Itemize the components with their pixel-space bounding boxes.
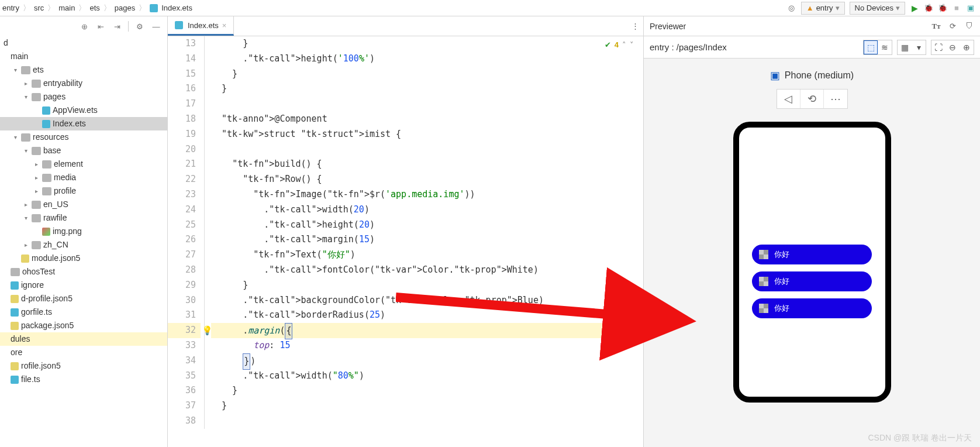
settings-icon[interactable]: ⛉ <box>964 22 974 31</box>
more-icon[interactable]: ⋯ <box>824 90 847 108</box>
device-label: ▣ Phone (medium) <box>770 69 854 82</box>
folder-icon <box>21 133 30 142</box>
tree-row[interactable]: module.json5 <box>0 252 167 265</box>
tree-row[interactable]: ▾resources <box>0 130 167 144</box>
close-icon[interactable]: × <box>222 21 227 30</box>
tree-row[interactable]: Index.ets <box>0 117 167 130</box>
previewer-title: Previewer <box>650 22 686 31</box>
file-icon <box>150 4 158 12</box>
device-frame: 你好 你好 你好 <box>733 122 891 403</box>
device-manager-icon[interactable]: ▣ <box>966 4 975 13</box>
editor-tab[interactable]: Index.ets × <box>168 16 234 36</box>
breadcrumb-item[interactable]: src <box>34 4 44 12</box>
device-selector[interactable]: No Devices▾ <box>850 2 905 15</box>
folder-icon <box>21 66 30 74</box>
json-icon <box>21 255 29 263</box>
json-icon <box>11 295 19 303</box>
json-icon <box>11 322 19 330</box>
expand-icon[interactable]: ⇥ <box>112 21 122 32</box>
tree-row[interactable]: gorfile.ts <box>0 305 167 319</box>
folder-icon <box>32 214 41 222</box>
tree-row[interactable]: ore <box>0 346 167 359</box>
collapse-icon[interactable]: ⇤ <box>95 21 106 32</box>
code-editor[interactable]: } ."tk-call">height('100%') } } "tk-anno… <box>211 36 643 447</box>
folder-icon <box>42 187 51 195</box>
coverage-icon[interactable]: 🐞 <box>938 4 947 13</box>
run-icon[interactable]: ▶ <box>910 4 919 13</box>
minimize-icon[interactable]: — <box>151 21 161 32</box>
tree-row[interactable]: file.ts <box>0 373 167 386</box>
tree-row[interactable]: ignore <box>0 278 167 292</box>
project-toolbar: ⊕ ⇤ ⇥ ⚙ — <box>0 16 167 36</box>
watermark: CSDN @跟 耿瑞 卷出一片天 <box>868 433 972 443</box>
file-icon <box>42 120 50 128</box>
tree-row[interactable]: ▾ets <box>0 63 167 77</box>
image-icon <box>42 228 50 236</box>
target-icon[interactable]: ⊕ <box>79 21 89 32</box>
breadcrumb: entry〉 src〉 main〉 ets〉 pages〉 Index.ets <box>0 3 192 13</box>
file-icon <box>11 281 19 290</box>
tree-row[interactable]: ▸zh_CN <box>0 238 167 252</box>
folder-icon <box>32 201 41 209</box>
file-icon <box>42 106 50 115</box>
zoom-controls[interactable]: ⛶⊖⊕ <box>931 40 974 55</box>
tree-row[interactable]: img.png <box>0 225 167 238</box>
editor-tab-label: Index.ets <box>188 21 219 30</box>
folder-icon <box>42 160 51 169</box>
tree-row[interactable]: ▾base <box>0 144 167 157</box>
preview-pill: 你好 <box>752 245 872 264</box>
locate-icon[interactable]: ◎ <box>787 4 796 13</box>
tree-row[interactable]: ▾rawfile <box>0 211 167 225</box>
folder-icon <box>32 93 41 101</box>
file-icon <box>11 308 19 317</box>
device-icon: ▣ <box>770 69 780 82</box>
refresh-icon[interactable]: ⟳ <box>947 22 958 31</box>
folder-icon <box>32 147 41 155</box>
tree-row[interactable]: rofile.json5 <box>0 359 167 373</box>
tree-row[interactable]: ▸element <box>0 157 167 171</box>
view-mode[interactable]: ▦▾ <box>897 40 926 55</box>
preview-pill: 你好 <box>752 298 872 318</box>
debug-icon[interactable]: 🐞 <box>924 4 933 13</box>
folder-icon <box>11 268 20 276</box>
tree-row[interactable]: ▾pages <box>0 90 167 104</box>
breadcrumb-item[interactable]: entry <box>2 4 19 12</box>
rotate-icon[interactable]: ⟲ <box>800 90 824 108</box>
preview-path: entry : /pages/Index <box>650 42 727 52</box>
tree-row[interactable]: ▸entryability <box>0 77 167 90</box>
tree-row[interactable]: main <box>0 50 167 63</box>
intention-bulb-icon[interactable]: 💡 <box>202 325 213 336</box>
tree-row[interactable]: dules <box>0 332 167 346</box>
tree-row[interactable]: ▸media <box>0 171 167 184</box>
folder-icon <box>42 174 51 182</box>
folder-icon <box>32 80 41 88</box>
module-selector[interactable]: ▲entry▾ <box>801 2 845 15</box>
breadcrumb-item[interactable]: Index.ets <box>161 4 192 12</box>
preview-pill: 你好 <box>752 271 872 291</box>
file-icon <box>11 376 19 384</box>
gear-icon[interactable]: ⚙ <box>134 21 145 32</box>
file-icon <box>175 21 183 29</box>
breadcrumb-item[interactable]: main <box>58 4 75 12</box>
breadcrumb-item[interactable]: ets <box>89 4 99 12</box>
json-icon <box>11 362 19 370</box>
stop-icon[interactable]: ■ <box>952 4 961 13</box>
tree-row[interactable]: d-profile.json5 <box>0 292 167 305</box>
tt-icon[interactable]: Tт <box>931 22 941 31</box>
tree-row[interactable]: ▸en_US <box>0 198 167 211</box>
back-icon[interactable]: ◁ <box>777 90 800 108</box>
tree-row[interactable]: package.json5 <box>0 319 167 332</box>
folder-icon <box>32 241 41 249</box>
device-toolbar: ◁ ⟲ ⋯ <box>777 89 848 109</box>
breadcrumb-item[interactable]: pages <box>115 4 135 12</box>
tree-row[interactable]: ohosTest <box>0 265 167 278</box>
tabs-more-icon[interactable]: ⋮ <box>627 16 643 36</box>
inspect-toggle[interactable]: ⬚≋ <box>863 40 892 55</box>
tree-row[interactable]: AppView.ets <box>0 104 167 117</box>
tree-row[interactable]: ▸profile <box>0 184 167 198</box>
